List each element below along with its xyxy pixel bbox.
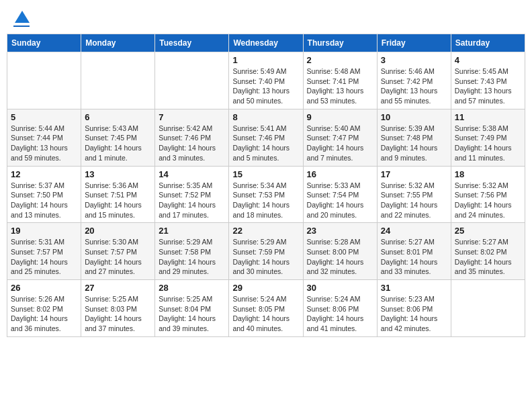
calendar-cell: 15Sunrise: 5:34 AMSunset: 7:53 PMDayligh… [229,166,303,223]
day-info: Sunrise: 5:24 AMSunset: 8:05 PMDaylight:… [232,294,299,334]
logo-triangle-icon [15,9,30,24]
calendar-cell: 11Sunrise: 5:38 AMSunset: 7:49 PMDayligh… [451,109,525,166]
logo [13,12,30,27]
day-info: Sunrise: 5:30 AMSunset: 7:57 PMDaylight:… [85,237,151,277]
page-header [7,7,525,30]
weekday-header-saturday: Saturday [451,34,525,52]
day-number: 21 [159,226,225,236]
weekday-header-tuesday: Tuesday [155,34,229,52]
calendar-cell: 14Sunrise: 5:35 AMSunset: 7:52 PMDayligh… [155,166,229,223]
day-info: Sunrise: 5:35 AMSunset: 7:52 PMDaylight:… [159,181,225,220]
day-info: Sunrise: 5:24 AMSunset: 8:06 PMDaylight:… [307,294,373,334]
day-number: 5 [11,112,77,122]
day-number: 7 [159,112,225,122]
day-number: 22 [232,226,299,236]
calendar-week-3: 12Sunrise: 5:37 AMSunset: 7:50 PMDayligh… [7,166,525,223]
day-number: 28 [159,283,225,293]
day-info: Sunrise: 5:45 AMSunset: 7:43 PMDaylight:… [455,66,521,106]
day-info: Sunrise: 5:39 AMSunset: 7:48 PMDaylight:… [381,124,447,163]
day-number: 31 [381,283,447,293]
day-number: 11 [455,112,521,122]
day-number: 30 [307,283,373,293]
weekday-header-sunday: Sunday [7,34,81,52]
day-number: 17 [381,169,447,179]
day-number: 8 [232,112,299,122]
calendar-cell [155,52,229,109]
calendar-cell: 29Sunrise: 5:24 AMSunset: 8:05 PMDayligh… [229,280,303,337]
calendar-cell: 18Sunrise: 5:32 AMSunset: 7:56 PMDayligh… [451,166,525,223]
day-info: Sunrise: 5:32 AMSunset: 7:55 PMDaylight:… [381,181,447,220]
day-info: Sunrise: 5:29 AMSunset: 7:59 PMDaylight:… [232,237,299,277]
calendar-cell: 17Sunrise: 5:32 AMSunset: 7:55 PMDayligh… [377,166,451,223]
calendar-cell: 23Sunrise: 5:28 AMSunset: 8:00 PMDayligh… [303,223,377,280]
day-info: Sunrise: 5:46 AMSunset: 7:42 PMDaylight:… [381,66,447,106]
calendar-cell: 28Sunrise: 5:25 AMSunset: 8:04 PMDayligh… [155,280,229,337]
day-info: Sunrise: 5:41 AMSunset: 7:46 PMDaylight:… [232,124,299,163]
day-info: Sunrise: 5:27 AMSunset: 8:01 PMDaylight:… [381,237,447,277]
day-info: Sunrise: 5:26 AMSunset: 8:02 PMDaylight:… [11,294,77,334]
calendar-cell: 8Sunrise: 5:41 AMSunset: 7:46 PMDaylight… [229,109,303,166]
calendar-cell: 30Sunrise: 5:24 AMSunset: 8:06 PMDayligh… [303,280,377,337]
weekday-header-thursday: Thursday [303,34,377,52]
day-info: Sunrise: 5:33 AMSunset: 7:54 PMDaylight:… [307,181,373,220]
day-number: 19 [11,226,77,236]
calendar-cell: 26Sunrise: 5:26 AMSunset: 8:02 PMDayligh… [7,280,81,337]
calendar-header-row: SundayMondayTuesdayWednesdayThursdayFrid… [7,34,525,52]
calendar-cell: 27Sunrise: 5:25 AMSunset: 8:03 PMDayligh… [81,280,155,337]
calendar-cell: 22Sunrise: 5:29 AMSunset: 7:59 PMDayligh… [229,223,303,280]
svg-marker-0 [15,11,30,23]
day-info: Sunrise: 5:31 AMSunset: 7:57 PMDaylight:… [11,237,77,277]
calendar-cell: 13Sunrise: 5:36 AMSunset: 7:51 PMDayligh… [81,166,155,223]
day-info: Sunrise: 5:48 AMSunset: 7:41 PMDaylight:… [307,66,373,106]
day-number: 13 [85,169,151,179]
day-number: 9 [307,112,373,122]
day-info: Sunrise: 5:36 AMSunset: 7:51 PMDaylight:… [85,181,151,220]
day-info: Sunrise: 5:28 AMSunset: 8:00 PMDaylight:… [307,237,373,277]
day-number: 15 [232,169,299,179]
calendar-table: SundayMondayTuesdayWednesdayThursdayFrid… [7,34,525,337]
calendar-cell: 7Sunrise: 5:42 AMSunset: 7:46 PMDaylight… [155,109,229,166]
day-info: Sunrise: 5:32 AMSunset: 7:56 PMDaylight:… [455,181,521,220]
calendar-cell: 1Sunrise: 5:49 AMSunset: 7:40 PMDaylight… [229,52,303,109]
day-number: 14 [159,169,225,179]
day-number: 6 [85,112,151,122]
calendar-cell: 10Sunrise: 5:39 AMSunset: 7:48 PMDayligh… [377,109,451,166]
calendar-cell: 4Sunrise: 5:45 AMSunset: 7:43 PMDaylight… [451,52,525,109]
day-number: 18 [455,169,521,179]
day-number: 26 [11,283,77,293]
day-number: 24 [381,226,447,236]
day-info: Sunrise: 5:43 AMSunset: 7:45 PMDaylight:… [85,124,151,163]
weekday-header-wednesday: Wednesday [229,34,303,52]
day-number: 20 [85,226,151,236]
day-info: Sunrise: 5:25 AMSunset: 8:03 PMDaylight:… [85,294,151,334]
day-number: 16 [307,169,373,179]
day-info: Sunrise: 5:42 AMSunset: 7:46 PMDaylight:… [159,124,225,163]
calendar-cell: 21Sunrise: 5:29 AMSunset: 7:58 PMDayligh… [155,223,229,280]
day-info: Sunrise: 5:25 AMSunset: 8:04 PMDaylight:… [159,294,225,334]
calendar-cell: 3Sunrise: 5:46 AMSunset: 7:42 PMDaylight… [377,52,451,109]
calendar-cell [451,280,525,337]
day-number: 4 [455,55,521,65]
weekday-header-friday: Friday [377,34,451,52]
calendar-week-1: 1Sunrise: 5:49 AMSunset: 7:40 PMDaylight… [7,52,525,109]
calendar-cell: 25Sunrise: 5:27 AMSunset: 8:02 PMDayligh… [451,223,525,280]
day-number: 29 [232,283,299,293]
day-number: 2 [307,55,373,65]
calendar-cell: 6Sunrise: 5:43 AMSunset: 7:45 PMDaylight… [81,109,155,166]
day-number: 3 [381,55,447,65]
day-info: Sunrise: 5:49 AMSunset: 7:40 PMDaylight:… [232,66,299,106]
calendar-cell: 12Sunrise: 5:37 AMSunset: 7:50 PMDayligh… [7,166,81,223]
calendar-cell: 2Sunrise: 5:48 AMSunset: 7:41 PMDaylight… [303,52,377,109]
calendar-cell: 20Sunrise: 5:30 AMSunset: 7:57 PMDayligh… [81,223,155,280]
calendar-cell: 19Sunrise: 5:31 AMSunset: 7:57 PMDayligh… [7,223,81,280]
weekday-header-monday: Monday [81,34,155,52]
day-number: 12 [11,169,77,179]
calendar-cell [7,52,81,109]
calendar-cell: 9Sunrise: 5:40 AMSunset: 7:47 PMDaylight… [303,109,377,166]
calendar-week-4: 19Sunrise: 5:31 AMSunset: 7:57 PMDayligh… [7,223,525,280]
calendar-cell: 5Sunrise: 5:44 AMSunset: 7:44 PMDaylight… [7,109,81,166]
day-number: 10 [381,112,447,122]
calendar-cell: 31Sunrise: 5:23 AMSunset: 8:06 PMDayligh… [377,280,451,337]
day-info: Sunrise: 5:23 AMSunset: 8:06 PMDaylight:… [381,294,447,334]
day-info: Sunrise: 5:27 AMSunset: 8:02 PMDaylight:… [455,237,521,277]
